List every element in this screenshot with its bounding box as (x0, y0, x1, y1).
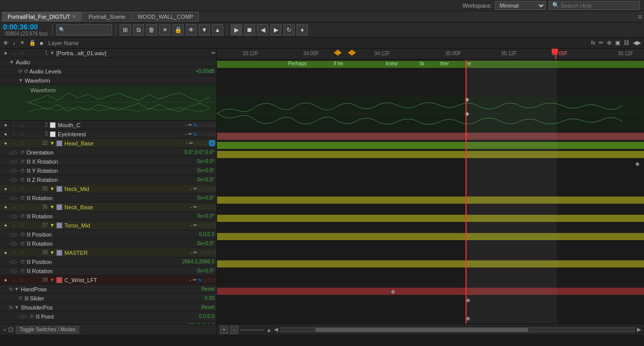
stopwatch-icon-zrot[interactable]: ⏱ (20, 177, 25, 182)
kf-nav-left-neckbase[interactable]: ◁ (9, 213, 13, 219)
kf-nav-left-torso-rot[interactable]: ◁ (9, 241, 13, 246)
pencil2-suffix-38[interactable]: ✏ (193, 250, 197, 255)
fx-suffix-39[interactable]: fx (198, 278, 202, 283)
expand-37[interactable]: ▼ (50, 222, 55, 228)
lock-icon-36[interactable]: □ (18, 205, 25, 210)
lock-icon-1[interactable]: □ (18, 51, 25, 56)
track-matte-icon[interactable]: ▣ (614, 40, 621, 46)
kf-nav-right-point[interactable]: ▷ (23, 314, 27, 319)
lock-button[interactable]: 🔒 (172, 24, 184, 35)
timeline-scrollbar-thumb[interactable] (315, 328, 528, 332)
search-help-input[interactable] (561, 3, 636, 9)
audio-icon[interactable]: ♪ (12, 40, 17, 46)
pencil2-suffix-2[interactable]: ✏ (188, 122, 192, 128)
solo-icon-37[interactable]: ○ (10, 223, 17, 228)
pencil2-suffix-39[interactable]: ✏ (193, 277, 197, 283)
eye-icon-36[interactable]: ● (2, 204, 9, 210)
stopwatch-icon-xrot[interactable]: ⏱ (20, 159, 25, 164)
duplicate-button[interactable]: ⧉ (133, 24, 144, 35)
layer-row-39[interactable]: ● ○ □ 39 ▼ C_Wrist_LFT - ✏ fx □ □ □ (0, 276, 217, 285)
kf-nav-left-yrot[interactable]: ◁ (9, 168, 13, 173)
expand-39[interactable]: ▼ (50, 277, 55, 283)
menu-options-icon[interactable]: ≡ (638, 13, 642, 21)
delete-button[interactable]: 🗑 (146, 24, 157, 35)
stopwatch-master-rot[interactable]: ⏱ (20, 268, 25, 274)
kf-nav-right-torso-pos[interactable]: ▷ (14, 232, 18, 237)
solo-icon-1[interactable]: ○ (10, 51, 17, 56)
tab-wood-wall[interactable]: WOOD_WALL_COMP (132, 12, 199, 22)
stopwatch-icon-orientation[interactable]: ⏱ (20, 150, 25, 155)
pencil2-suffix-37[interactable]: ✏ (193, 222, 197, 228)
eye-icon-35[interactable]: ● (2, 186, 9, 191)
kf-nav-right-neckmid[interactable]: ▷ (14, 195, 18, 201)
expand-waveform[interactable]: ▼ (18, 78, 23, 83)
prev-frame-button[interactable]: ◀ (257, 24, 268, 35)
play-button[interactable]: ▶ (231, 24, 242, 35)
expand-shoulderpos[interactable]: ▼ (14, 304, 19, 310)
blend-icon[interactable]: ⊕ (606, 40, 613, 46)
pencil2-suffix-35[interactable]: ✏ (193, 186, 197, 191)
expand-audio[interactable]: ▼ (9, 59, 14, 65)
lock-icon-37[interactable]: □ (18, 223, 25, 228)
kf-nav-left-point[interactable]: ◁ (18, 314, 22, 319)
eye-icon-39[interactable]: ● (2, 277, 9, 283)
layer-row-36[interactable]: ● ○ □ 36 ▼ Neck_Base - ✏ □ □ □ □ (0, 203, 217, 212)
add-layer-icon[interactable]: + (3, 327, 6, 333)
lock-panel-icon[interactable]: 🔒 (28, 40, 37, 46)
pencil-suffix-2[interactable]: - (185, 122, 186, 128)
pencil2-suffix-36[interactable]: ✏ (193, 204, 197, 210)
pencil-icon[interactable]: ✏ (598, 40, 604, 46)
eye-icon-3[interactable]: ● (2, 131, 9, 137)
zoom-out-btn[interactable]: - (230, 326, 238, 334)
eye-icon-32[interactable]: ● (2, 140, 9, 146)
kf-nav-right-neckbase[interactable]: ▷ (14, 213, 18, 219)
stopwatch-master-pos[interactable]: ⏱ (20, 259, 25, 264)
lock-icon-35[interactable]: □ (18, 186, 25, 191)
stopwatch-slider[interactable]: ⏱ (18, 296, 23, 301)
pencil-suffix-39[interactable]: - (190, 277, 191, 283)
kf-nav-left-xrot[interactable]: ◁ (9, 159, 13, 164)
expand-32[interactable]: ▼ (50, 140, 55, 146)
keyframe-nav-icon[interactable]: ◀▶ (632, 40, 642, 46)
stopwatch-torso-pos[interactable]: ⏱ (20, 232, 25, 237)
expand-38[interactable]: ▼ (50, 250, 55, 255)
pencil-suffix-38[interactable]: - (190, 250, 191, 255)
kf-nav-right-yrot[interactable]: ▷ (14, 168, 18, 173)
kf-nav-left-orientation[interactable]: ◁ (9, 149, 13, 155)
solo-icon-3[interactable]: ○ (10, 132, 17, 137)
kf-nav-left-zrot[interactable]: ◁ (9, 177, 13, 182)
layer-row-3[interactable]: ● ○ □ 3 EyeInterest - ✏ fx □ □ □ □ (0, 130, 217, 139)
lock-icon-2[interactable]: □ (18, 123, 25, 128)
expand-36[interactable]: ▼ (50, 204, 55, 210)
lock-icon-39[interactable]: □ (18, 278, 25, 283)
color-icon[interactable]: ■ (39, 40, 45, 46)
workspace-select[interactable]: Minimal (495, 1, 546, 10)
scroll-right-icon[interactable]: ▶ (637, 326, 641, 333)
fx-suffix-3[interactable]: fx (194, 132, 197, 137)
solo-icon-2[interactable]: ○ (10, 123, 17, 128)
solo-icon-36[interactable]: ○ (10, 205, 17, 210)
expand-button[interactable]: ▲ (212, 24, 223, 35)
kf-nav-right-zrot[interactable]: ▷ (14, 177, 18, 182)
lock-icon-38[interactable]: □ (18, 250, 25, 255)
layer-row-38[interactable]: ● ○ □ 38 ▼ MASTER - ✏ □ □ □ □ (0, 248, 217, 257)
stopwatch-point[interactable]: ⏱ (29, 314, 34, 319)
kf-nav-right-xrot[interactable]: ▷ (14, 159, 18, 164)
zoom-in-btn[interactable]: + (220, 326, 228, 334)
kf-nav-left-master-rot[interactable]: ◁ (9, 268, 13, 274)
stopwatch-icon-yrot[interactable]: ⏱ (20, 168, 25, 173)
kf-nav-right-orientation[interactable]: ▷ (14, 149, 18, 155)
pencil-suffix-32[interactable]: - (186, 140, 188, 146)
composition-icon[interactable]: ⊡ (8, 326, 14, 333)
markers-button[interactable]: ♦ (297, 24, 308, 35)
solo-icon-32[interactable]: ○ (10, 141, 17, 146)
pencil-suffix-35[interactable]: - (190, 186, 191, 191)
stop-button[interactable]: ⏹ (244, 24, 255, 35)
timeline-scrollbar[interactable] (280, 327, 635, 332)
lock-icon-32[interactable]: □ (18, 141, 25, 146)
layer-row-32[interactable]: ● ○ □ 32 ▼ Head_Base - ✏ □ □ □ 🌐 (0, 139, 217, 148)
fx-toggle-icon[interactable]: fx (590, 40, 596, 46)
pencil-suffix-3[interactable]: - (185, 131, 186, 137)
pencil-suffix-1[interactable]: ✏ (211, 50, 216, 56)
eye-icon-2[interactable]: ● (2, 122, 9, 128)
